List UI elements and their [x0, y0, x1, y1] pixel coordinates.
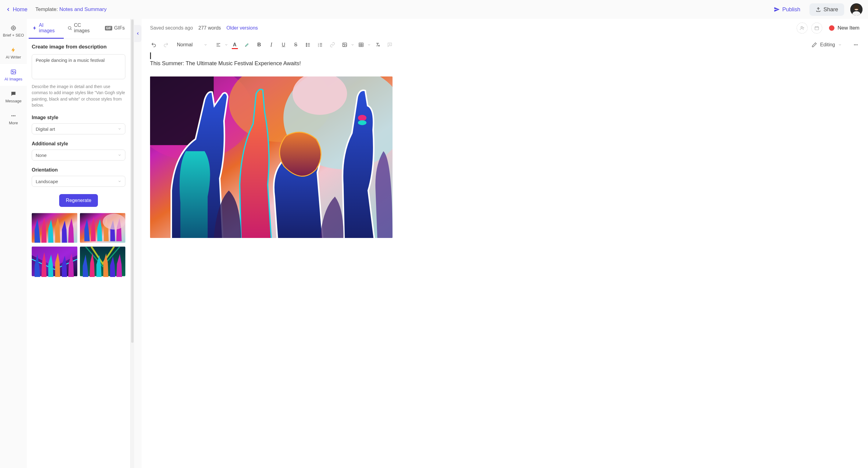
thumbnail[interactable]: [80, 246, 126, 277]
clear-format-icon: [375, 42, 380, 47]
collapse-panel-button[interactable]: [134, 25, 142, 42]
list-number-icon: 123: [317, 42, 323, 47]
chevron-down-icon[interactable]: [351, 43, 354, 46]
comment-plus-icon: [387, 42, 393, 47]
add-collaborator-button[interactable]: [797, 23, 808, 34]
chevron-down-icon: [838, 43, 842, 46]
thumbnail[interactable]: [32, 212, 78, 243]
insert-image-button[interactable]: [339, 39, 350, 50]
upload-icon: [815, 7, 821, 12]
dots-icon: [853, 42, 859, 47]
svg-point-63: [856, 44, 857, 45]
insert-table-button[interactable]: [355, 39, 367, 50]
undo-button[interactable]: [148, 39, 159, 50]
rail-ai-images[interactable]: AI Images: [0, 64, 27, 86]
chat-icon: [10, 91, 17, 97]
paragraph-style-select[interactable]: Normal: [173, 39, 212, 50]
home-link[interactable]: Home: [5, 6, 27, 13]
search-icon: [67, 26, 72, 30]
target-icon: [10, 25, 17, 31]
link-icon: [330, 42, 335, 47]
calendar-icon: [814, 26, 819, 30]
panel-tabs: AI images CC images GIF GIFs: [27, 19, 130, 39]
style-label: Image style: [32, 115, 125, 120]
document-body[interactable]: This Summer: The Ultimate Music Festival…: [142, 53, 868, 468]
tab-cc-images[interactable]: CC images: [64, 19, 101, 39]
comment-button[interactable]: [384, 39, 395, 50]
schedule-button[interactable]: [811, 23, 822, 34]
style-select[interactable]: Digital art: [32, 124, 125, 134]
new-item-indicator[interactable]: New Item: [829, 25, 860, 31]
link-button[interactable]: [327, 39, 338, 50]
thumbnail-grid: [32, 212, 125, 277]
clear-format-button[interactable]: [372, 39, 383, 50]
thumbnail[interactable]: [32, 246, 78, 277]
bold-icon: B: [257, 42, 261, 48]
bullet-list-button[interactable]: [303, 39, 313, 50]
user-avatar[interactable]: [850, 3, 863, 15]
more-tools-button[interactable]: [850, 39, 861, 50]
rail-ai-writer[interactable]: AI Writer: [0, 42, 27, 64]
image-icon: [342, 42, 347, 47]
chevron-down-icon: [118, 127, 121, 131]
svg-point-42: [306, 46, 307, 46]
thumbnail[interactable]: [80, 212, 126, 243]
orientation-label: Orientation: [32, 167, 125, 173]
numbered-list-button[interactable]: 123: [315, 39, 326, 50]
italic-button[interactable]: I: [266, 39, 277, 50]
publish-button[interactable]: Publish: [768, 3, 806, 16]
dots-icon: [10, 113, 17, 119]
strikethrough-icon: S: [294, 42, 298, 47]
bolt-icon: [32, 26, 37, 30]
rail-message[interactable]: Message: [0, 86, 27, 108]
bold-button[interactable]: B: [254, 39, 265, 50]
svg-rect-33: [815, 27, 818, 30]
svg-line-24: [70, 29, 71, 30]
home-label: Home: [13, 6, 27, 13]
align-button[interactable]: [213, 39, 224, 50]
svg-point-20: [11, 115, 12, 116]
underline-icon: U: [282, 42, 285, 47]
svg-point-41: [306, 44, 307, 45]
editing-mode-select[interactable]: Editing: [807, 42, 846, 47]
chevron-down-icon[interactable]: [367, 43, 371, 46]
svg-point-13: [13, 27, 14, 29]
strikethrough-button[interactable]: S: [290, 39, 301, 50]
prompt-input[interactable]: [32, 54, 125, 79]
underline-button[interactable]: U: [278, 39, 289, 50]
tab-ai-images[interactable]: AI images: [29, 19, 64, 39]
italic-icon: I: [271, 42, 272, 48]
share-button[interactable]: Share: [809, 3, 844, 16]
undo-icon: [151, 42, 156, 47]
highlight-button[interactable]: [242, 39, 252, 50]
svg-point-22: [14, 115, 15, 116]
svg-point-62: [854, 44, 855, 45]
redo-button[interactable]: [160, 39, 172, 50]
align-left-icon: [216, 42, 221, 47]
left-rail: Brief + SEO AI Writer AI Images Message …: [0, 19, 27, 468]
word-count: 277 words: [198, 25, 221, 31]
send-icon: [774, 6, 780, 12]
chevron-down-icon[interactable]: [224, 43, 228, 46]
image-icon: [10, 69, 17, 75]
svg-point-64: [857, 44, 858, 45]
additional-style-select[interactable]: None: [32, 149, 125, 161]
rail-brief-seo[interactable]: Brief + SEO: [0, 20, 27, 42]
regenerate-button[interactable]: Regenerate: [59, 194, 98, 207]
list-bullet-icon: [305, 42, 311, 47]
older-versions-link[interactable]: Older versions: [226, 25, 258, 31]
tab-gifs[interactable]: GIF GIFs: [101, 19, 128, 39]
chevron-down-icon: [118, 153, 121, 157]
saved-status: Saved seconds ago: [150, 25, 193, 31]
chevron-left-icon: [136, 31, 140, 36]
orientation-select[interactable]: Landscape: [32, 176, 125, 187]
text-cursor: [150, 53, 151, 59]
rail-more[interactable]: More: [0, 108, 27, 130]
panel-scrollbar[interactable]: [130, 19, 134, 468]
text-color-button[interactable]: A: [229, 39, 240, 50]
template-link[interactable]: Notes and Summary: [59, 6, 106, 12]
svg-rect-18: [11, 70, 16, 74]
svg-point-12: [11, 26, 15, 30]
hero-image[interactable]: [150, 76, 393, 238]
document-headline[interactable]: This Summer: The Ultimate Music Festival…: [150, 60, 860, 67]
